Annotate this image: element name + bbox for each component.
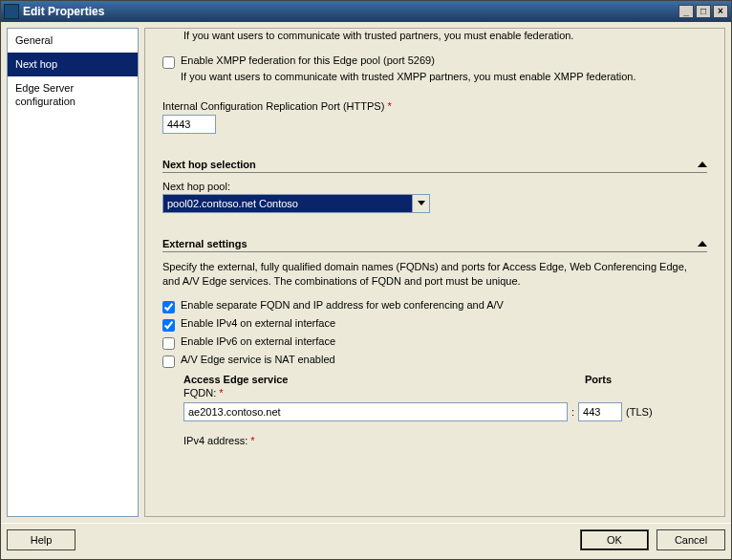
internal-port-label: Internal Configuration Replication Port … (162, 100, 384, 112)
minimize-button[interactable]: _ (678, 5, 694, 18)
sidebar-item-edge-server-config[interactable]: Edge Server configuration (8, 76, 138, 113)
external-settings-desc: Specify the external, fully qualified do… (162, 260, 707, 290)
tls-label: (TLS) (626, 406, 653, 418)
sidebar-item-general[interactable]: General (8, 29, 138, 53)
section-next-hop[interactable]: Next hop selection (162, 159, 707, 173)
ipv6-external-checkbox[interactable] (162, 337, 175, 350)
app-icon (4, 4, 19, 19)
xmpp-federation-hint: If you want users to communicate with tr… (181, 70, 636, 84)
next-hop-pool-dropdown[interactable]: pool02.contoso.net Contoso (162, 194, 430, 213)
access-edge-port-input[interactable] (578, 402, 622, 421)
colon-separator: : (571, 406, 574, 418)
ipv6-external-label: Enable IPv6 on external interface (181, 335, 335, 347)
fqdn-label: FQDN: (183, 387, 216, 398)
section-next-hop-title: Next hop selection (162, 159, 256, 170)
access-edge-fqdn-input[interactable] (183, 402, 568, 421)
ports-header: Ports (585, 374, 612, 385)
close-button[interactable]: × (713, 5, 728, 18)
next-hop-pool-value: pool02.contoso.net Contoso (162, 194, 413, 213)
ipv4-external-label: Enable IPv4 on external interface (181, 317, 335, 329)
federation-hint: If you want users to communicate with tr… (183, 29, 707, 43)
separate-fqdn-checkbox[interactable] (162, 301, 175, 313)
window-title: Edit Properties (23, 5, 104, 18)
maximize-button[interactable]: □ (696, 5, 711, 18)
separate-fqdn-label: Enable separate FQDN and IP address for … (181, 299, 504, 311)
access-edge-header: Access Edge service (183, 374, 585, 385)
ipv4-address-label: IPv4 address: (183, 435, 248, 446)
required-indicator: * (387, 100, 391, 112)
nat-enabled-checkbox[interactable] (162, 355, 175, 368)
required-indicator: * (219, 387, 223, 398)
sidebar: General Next hop Edge Server configurati… (7, 28, 139, 517)
dropdown-button[interactable] (413, 194, 430, 213)
ipv4-external-checkbox[interactable] (162, 319, 175, 332)
nat-enabled-label: A/V Edge service is NAT enabled (181, 354, 335, 365)
xmpp-federation-label: Enable XMPP federation for this Edge poo… (181, 54, 636, 66)
help-button[interactable]: Help (7, 529, 75, 550)
section-external-title: External settings (162, 238, 248, 249)
dialog-footer: Help OK Cancel (1, 523, 731, 555)
section-external-settings[interactable]: External settings (162, 238, 707, 252)
collapse-icon (698, 162, 707, 167)
collapse-icon (698, 241, 707, 247)
main-panel: If you want users to communicate with tr… (144, 28, 725, 517)
cancel-button[interactable]: Cancel (657, 529, 725, 550)
next-hop-pool-label: Next hop pool: (162, 181, 707, 192)
required-indicator: * (250, 435, 254, 446)
xmpp-federation-checkbox[interactable] (162, 56, 175, 69)
sidebar-item-next-hop[interactable]: Next hop (8, 53, 138, 76)
ok-button[interactable]: OK (580, 529, 649, 550)
internal-port-input[interactable] (162, 115, 216, 134)
titlebar: Edit Properties _ □ × (1, 1, 731, 22)
chevron-down-icon (418, 201, 425, 205)
